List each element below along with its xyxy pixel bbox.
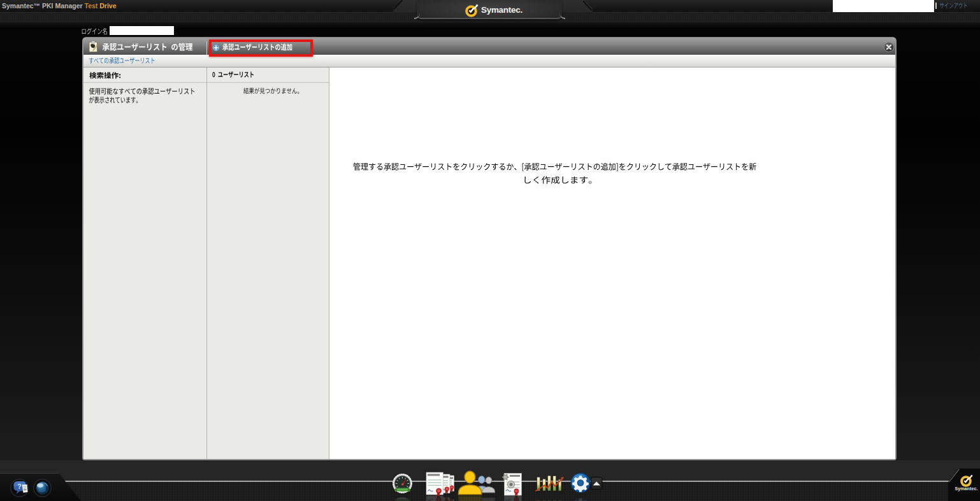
svg-text:?: ? <box>17 483 21 490</box>
